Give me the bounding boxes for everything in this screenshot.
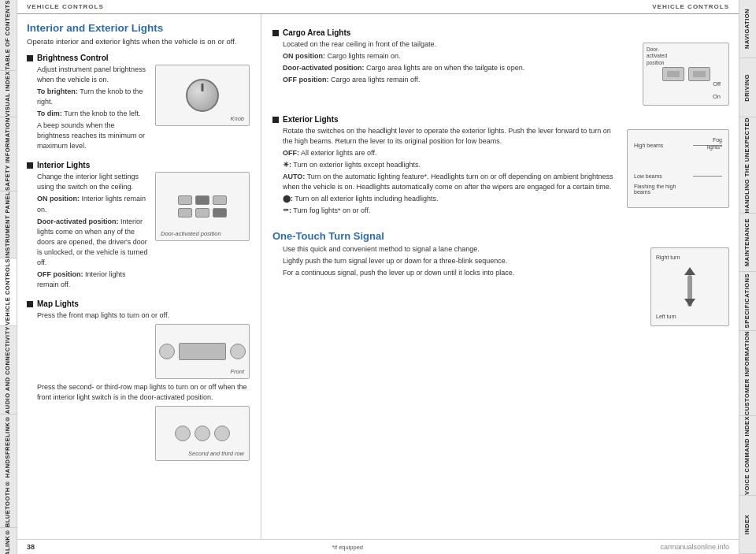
- cargo-text: Located on the rear ceiling in front of …: [272, 39, 636, 109]
- cargo-lights-header: Cargo Area Lights: [272, 28, 729, 37]
- cargo-on-label: On: [713, 93, 721, 100]
- knob-label: Knob: [230, 115, 244, 122]
- interior-lights-header: Interior Lights: [27, 161, 250, 169]
- map-lights-header: Map Lights: [27, 299, 250, 308]
- map-light-left: [159, 344, 175, 359]
- interior-text: Change the interior light settings using…: [27, 172, 149, 293]
- columns: Interior and Exterior Lights Operate int…: [17, 14, 739, 539]
- switch-btn-5: [195, 208, 209, 218]
- header-left-label: VEHICLE CONTROLS: [27, 3, 104, 10]
- sidebar-item-audio-connectivity[interactable]: AUDIO AND CONNECTIVITY: [0, 326, 17, 415]
- cargo-btn-2: [688, 67, 710, 81]
- interior-row: Change the interior light settings using…: [27, 172, 250, 293]
- header-right-label: VEHICLE CONTROLS: [652, 3, 729, 10]
- cargo-body: Located on the rear ceiling in front of …: [283, 39, 636, 85]
- one-touch-row: Use this quick and convenient method to …: [272, 244, 729, 329]
- switch-btn-6: [213, 208, 227, 218]
- map-second-right: [214, 426, 230, 441]
- switch-btn-1: [178, 195, 192, 205]
- sidebar-item-navigation[interactable]: NAVIGATION: [739, 0, 756, 58]
- one-touch-text: Use this quick and convenient method to …: [272, 244, 644, 329]
- one-touch-title: One-Touch Turn Signal: [272, 230, 729, 242]
- cargo-switches: [662, 67, 710, 81]
- lever-up-arrow: [684, 267, 695, 275]
- interior-diagram: Door-activated position: [155, 172, 250, 241]
- cargo-row: Located on the rear ceiling in front of …: [272, 39, 729, 109]
- exterior-title: Exterior Lights: [283, 115, 339, 124]
- cargo-btn-1: [662, 67, 684, 81]
- brightness-title: Brightness Control: [37, 54, 109, 62]
- cargo-switch-row: [662, 67, 710, 81]
- sidebar-item-customer-information[interactable]: CUSTOMER INFORMATION: [739, 331, 756, 416]
- map-second-panel: [175, 426, 230, 441]
- switch-btn-4: [178, 208, 192, 218]
- right-column: Cargo Area Lights Located on the rear ce…: [261, 14, 739, 539]
- map-light-right: [230, 344, 246, 359]
- sidebar-item-bluetooth[interactable]: BLUETOOTH® HANDSFREELINK®: [0, 415, 17, 528]
- map-light-center: [179, 343, 226, 360]
- page-title: Interior and Exterior Lights: [27, 22, 250, 34]
- right-sidebar: NAVIGATION DRIVING HANDLING THE UNEXPECT…: [739, 0, 756, 554]
- sidebar-item-instrument-panel[interactable]: INSTRUMENT PANEL: [0, 191, 17, 258]
- exterior-diagram: Foglights* High beams Low beams: [627, 129, 729, 208]
- sidebar-item-visual-index[interactable]: VISUAL INDEX: [0, 71, 17, 117]
- sidebar-item-vehicle-controls[interactable]: VEHICLE CONTROLS: [0, 258, 17, 326]
- sidebar-item-driving[interactable]: DRIVING: [739, 58, 756, 117]
- map-front-diagram: Front: [155, 324, 250, 379]
- exterior-body: Rotate the switches on the headlight lev…: [283, 126, 621, 216]
- switch-btn-2: [195, 195, 209, 205]
- beam-low: Low beams: [634, 173, 722, 179]
- brightness-control-header: Brightness Control: [27, 54, 250, 62]
- map-title: Map Lights: [37, 299, 79, 308]
- sidebar-item-index[interactable]: INDEX: [739, 496, 756, 554]
- beam-spacer: [634, 153, 722, 169]
- footnote: *if equipped: [332, 544, 363, 551]
- knob-illustration: [186, 79, 219, 112]
- low-beams-label: Low beams: [634, 173, 689, 179]
- second-third-label: Second and third row: [188, 450, 244, 457]
- page-number: 38: [27, 543, 35, 551]
- brightness-text: Adjust instrument panel brightness when …: [27, 65, 149, 154]
- page-subtitle: Operate interior and exterior lights whe…: [27, 37, 250, 46]
- map-body-2: Press the second- or third-row map light…: [37, 382, 250, 403]
- header-bar: VEHICLE CONTROLS VEHICLE CONTROLS: [17, 0, 739, 14]
- sidebar-item-specifications[interactable]: SPECIFICATIONS: [739, 272, 756, 330]
- map-body-1: Press the front map lights to turn on or…: [37, 310, 250, 321]
- flash-label: Flashing the high beams: [634, 184, 689, 195]
- left-turn-label: Left turn: [656, 314, 676, 319]
- cargo-diagram-labels: Door- activated position: [647, 46, 667, 66]
- left-sidebar: TABLE OF CONTENTS VISUAL INDEX SAFETY IN…: [0, 0, 17, 554]
- brightness-row: Adjust instrument panel brightness when …: [27, 65, 250, 154]
- map-second-center: [195, 426, 210, 441]
- left-column: Interior and Exterior Lights Operate int…: [17, 14, 261, 539]
- fog-label: Foglights*: [707, 136, 722, 151]
- sidebar-item-voice-command-index[interactable]: VOICE COMMAND INDEX: [739, 416, 756, 496]
- beam-line-low: [693, 176, 722, 177]
- sidebar-item-maintenance[interactable]: MAINTENANCE: [739, 214, 756, 272]
- footer: 38 *if equipped carmanualsonline.info: [17, 539, 739, 554]
- sidebar-item-safety-information[interactable]: SAFETY INFORMATION: [0, 117, 17, 191]
- one-touch-body: Use this quick and convenient method to …: [283, 244, 644, 278]
- exterior-text: Rotate the switches on the headlight lev…: [272, 126, 621, 219]
- exterior-row: Rotate the switches on the headlight lev…: [272, 126, 729, 219]
- sidebar-item-hondalink[interactable]: HONDALINK®: [0, 528, 17, 554]
- interior-body: Change the interior light settings using…: [37, 172, 149, 290]
- sidebar-item-handling-unexpected[interactable]: HANDLING THE UNEXPECTED: [739, 117, 756, 214]
- turn-lever: [670, 263, 710, 310]
- map-second-diagram: Second and third row: [155, 406, 250, 461]
- sidebar-item-table-of-contents[interactable]: TABLE OF CONTENTS: [0, 0, 17, 71]
- interior-bullet: [27, 162, 33, 169]
- switch-row-2: [178, 208, 227, 218]
- beam-flash: Flashing the high beams: [634, 184, 722, 195]
- right-turn-label: Right turn: [656, 255, 680, 260]
- map-second-left: [175, 426, 191, 441]
- high-beams-label: High beams: [634, 143, 689, 148]
- switch-row-1: [178, 195, 227, 205]
- map-front-panel: [159, 343, 246, 360]
- front-label: Front: [230, 368, 244, 375]
- exterior-bullet: [272, 117, 279, 123]
- door-activated-label: Door-activated position: [161, 230, 221, 237]
- cargo-diagram: Door- activated position Off On: [643, 43, 729, 106]
- brightness-bullet: [27, 55, 33, 61]
- turn-diagram: Right turn Left turn: [650, 247, 729, 326]
